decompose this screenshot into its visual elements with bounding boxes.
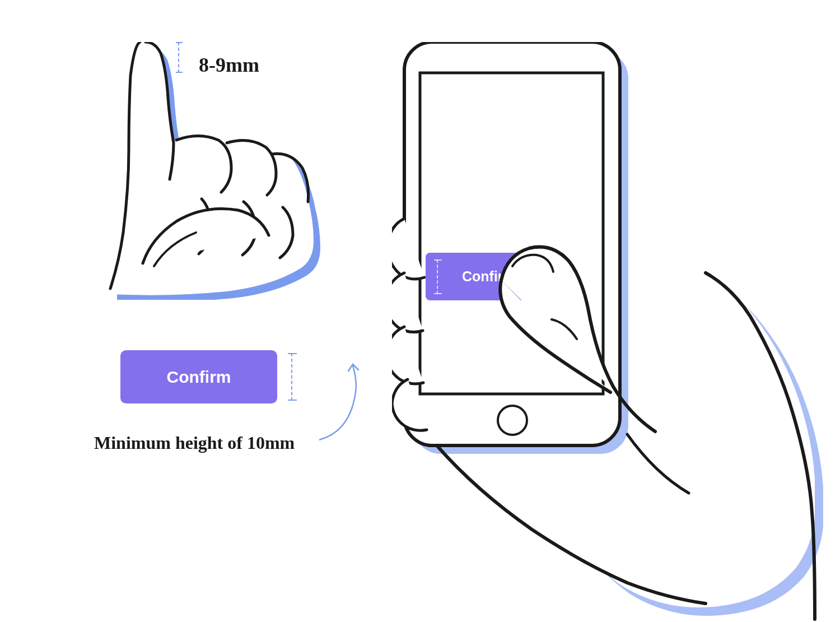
touch-target-diagram: 8-9mm Confirm Minimum height of 10mm: [0, 0, 840, 622]
confirm-button-example: Confirm: [120, 350, 277, 403]
phone-illustration: Confirm: [392, 42, 840, 622]
confirm-button-label: Confirm: [167, 368, 231, 387]
thumb-icon: [392, 42, 840, 622]
pointing-hand-icon: [87, 42, 322, 300]
finger-width-label: 8-9mm: [199, 53, 259, 77]
arrow-icon: [314, 359, 364, 443]
min-height-label: Minimum height of 10mm: [94, 433, 295, 453]
button-height-measure-icon: [291, 353, 292, 401]
finger-width-measure-icon: [178, 42, 179, 73]
